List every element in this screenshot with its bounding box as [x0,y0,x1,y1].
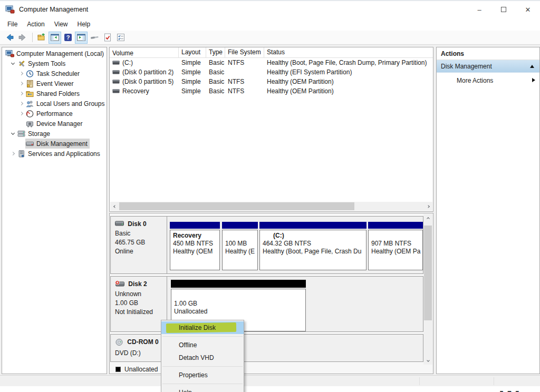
menu-item-help[interactable]: Help [161,386,244,392]
volume-row-recovery[interactable]: Recovery Simple Basic NTFS Healthy (OEM … [110,86,433,96]
menu-file[interactable]: File [0,18,22,31]
menu-item-initialize-disk[interactable]: Initialize Disk [161,321,244,334]
partition-recovery[interactable]: Recovery 450 MB NTFS Healthy (OEM [170,217,220,273]
expander-collapsed[interactable] [17,90,25,98]
show-action-pane-button[interactable] [75,32,88,44]
expander-collapsed[interactable] [17,80,25,88]
maximize-button[interactable] [491,1,516,18]
tool-icon [90,33,99,42]
close-button[interactable]: ✕ [516,1,540,18]
tree-item-services-and-applications[interactable]: Services and Applications [2,149,107,159]
scroll-left-button[interactable] [110,202,119,211]
expander-collapsed[interactable] [8,150,17,158]
volume-icon [112,70,120,74]
checklist-button[interactable] [114,32,127,44]
column-header-volume[interactable]: Volume [110,47,179,57]
menu-item-properties[interactable]: Properties [161,369,244,381]
horizontal-scrollbar[interactable] [110,202,432,211]
column-header-layout[interactable]: Layout [179,47,206,57]
hdd-error-icon [115,280,124,287]
scroll-right-button[interactable] [423,202,432,211]
disk-context-menu: Initialize Disk Offline Detach VHD Prope… [161,320,244,392]
partition-c[interactable]: (C:) 464.32 GB NTFS Healthy (Boot, Page … [259,217,367,273]
collapse-icon[interactable] [530,65,534,68]
storage-icon [17,130,26,138]
scroll-down-button[interactable] [423,356,432,365]
maximize-icon [501,7,506,12]
tree-item-performance[interactable]: Performance [2,109,107,119]
tree-item-label: Disk Management [36,140,88,148]
partition-color-bar [170,222,220,229]
tree-item-computer-management[interactable]: Computer Management (Local) [2,48,107,58]
partition-efi[interactable]: 100 MB Healthy (E [222,217,258,273]
menu-view[interactable]: View [50,18,73,31]
tool-button[interactable] [88,32,101,44]
back-button[interactable] [3,32,16,44]
services-icon [17,150,26,158]
tree-item-local-users-and-groups[interactable]: Local Users and Groups [2,99,107,109]
tree-item-label: Event Viewer [36,80,73,87]
expander-collapsed[interactable] [17,100,25,108]
tree-item-shared-folders[interactable]: Shared Folders [2,89,107,99]
volume-row-c[interactable]: (C:) Simple Basic NTFS Healthy (Boot, Pa… [110,58,433,67]
partition-oem[interactable]: 907 MB NTFS Healthy (OEM Pa [368,217,423,273]
vertical-scrollbar[interactable] [423,214,432,365]
help-button[interactable]: ? [62,32,74,44]
graphical-view-pane: Disk 0 Basic 465.75 GB Online Recovery 4… [109,213,433,374]
volume-icon [112,61,120,65]
submenu-arrow-icon [532,78,535,82]
menu-item-offline[interactable]: Offline [161,339,244,351]
tree-item-event-viewer[interactable]: Event Viewer [2,79,107,89]
tree-item-device-manager[interactable]: Device Manager [2,119,107,129]
computer-management-window: Computer Management – ✕ File Action View… [0,0,540,386]
device-manager-icon [25,120,34,128]
horizontal-scroll-thumb[interactable] [119,202,354,210]
report-button[interactable] [101,32,114,44]
show-console-tree-button[interactable] [49,32,61,44]
expander-collapsed[interactable] [17,110,25,118]
menu-help[interactable]: Help [73,18,95,31]
forward-button[interactable] [16,32,29,44]
tree-item-system-tools[interactable]: System Tools [2,58,107,68]
actions-group-disk-management[interactable]: Disk Management [437,60,539,73]
cdrom-0-label[interactable]: CD-ROM 0 DVD (D:) [111,335,167,361]
system-tools-icon [17,60,26,68]
status-bar-divider [419,377,420,385]
tree-item-storage[interactable]: Storage [2,129,107,139]
console-tree: Computer Management (Local) System Tools… [2,47,107,374]
disk-0-row: Disk 0 Basic 465.75 GB Online Recovery 4… [110,216,423,274]
vertical-scroll-thumb[interactable] [424,226,432,320]
export-list-button[interactable] [35,32,48,44]
disk-0-label[interactable]: Disk 0 Basic 465.75 GB Online [111,217,167,273]
column-header-type[interactable]: Type [206,47,225,57]
tree-item-task-scheduler[interactable]: Task Scheduler [2,68,107,79]
volume-row-partition5[interactable]: (Disk 0 partition 5) Simple Basic NTFS H… [110,77,433,86]
toolbar-separator [32,33,33,42]
expander-collapsed[interactable] [17,70,25,78]
column-header-file-system[interactable]: File System [225,47,264,57]
desktop-text-fragment: W l [500,387,540,392]
menu-item-detach-vhd[interactable]: Detach VHD [161,351,244,364]
disk-2-row: Disk 2 Unknown 1.00 GB Not Initialized 1… [110,276,423,332]
users-icon [25,100,34,108]
export-list-icon [37,33,46,42]
scroll-up-button[interactable] [423,214,432,223]
menu-separator [162,384,243,384]
volume-row-partition2[interactable]: (Disk 0 partition 2) Simple Basic Health… [110,67,433,77]
help-icon: ? [63,33,73,42]
computer-management-app-icon [5,5,15,14]
disk-management-icon [25,140,34,148]
expander-expanded[interactable] [8,130,17,138]
column-header-status[interactable]: Status [264,47,433,57]
tree-item-disk-management[interactable]: Disk Management [2,139,107,149]
expander-expanded[interactable] [8,60,17,68]
disk-2-label[interactable]: Disk 2 Unknown 1.00 GB Not Initialized [111,277,167,331]
minimize-icon: – [477,6,481,14]
task-scheduler-icon [25,70,34,78]
tree-item-label: System Tools [28,60,65,67]
minimize-button[interactable]: – [467,1,491,18]
more-actions-item[interactable]: More Actions [437,74,539,87]
tree-item-label: Storage [28,130,50,138]
menu-action[interactable]: Action [22,18,49,31]
volume-list-pane: Volume Layout Type File System Status (C… [109,47,433,212]
